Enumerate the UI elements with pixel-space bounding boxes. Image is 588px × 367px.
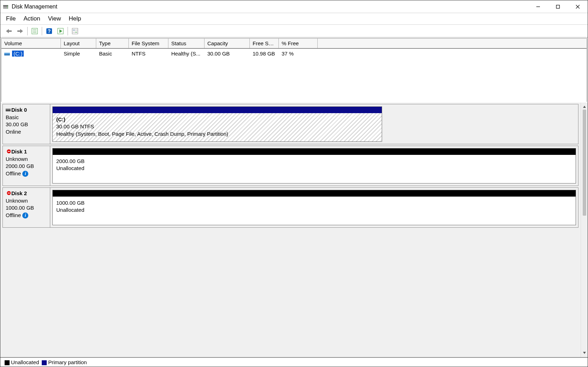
disk-row[interactable]: Disk 0Basic30.00 GBOnline(C:)30.00 GB NT… (2, 104, 578, 144)
partition-size: 30.00 GB NTFS (56, 123, 378, 130)
volume-name-cell: (C:) (1, 50, 61, 58)
error-icon (6, 148, 11, 156)
forward-button[interactable] (15, 27, 25, 36)
header-spacer (318, 39, 587, 48)
app-icon (2, 4, 9, 10)
volume-row[interactable]: (C:)SimpleBasicNTFSHealthy (S...30.00 GB… (1, 49, 587, 59)
svg-marker-32 (583, 352, 586, 354)
action-menu-button[interactable] (56, 27, 65, 36)
show-contents-button[interactable] (30, 27, 40, 36)
menu-view[interactable]: View (48, 15, 61, 22)
partition-header (53, 190, 576, 197)
disk-state: Offline (6, 170, 47, 177)
partition-size: 1000.00 GB (56, 199, 572, 206)
partition-body: (C:)30.00 GB NTFSHealthy (System, Boot, … (53, 113, 382, 141)
header-percent-free[interactable]: % Free (279, 39, 318, 48)
svg-rect-26 (6, 109, 11, 110)
svg-rect-9 (17, 30, 21, 32)
menu-file[interactable]: File (6, 15, 16, 22)
svg-rect-30 (8, 193, 10, 193)
close-button[interactable] (568, 0, 588, 13)
volume-list-pane: Volume Layout Type File System Status Ca… (1, 38, 587, 102)
disk-graph-cell: (C:)30.00 GB NTFSHealthy (System, Boot, … (50, 104, 578, 144)
disk-name: Disk 0 (6, 106, 47, 114)
partition[interactable]: 2000.00 GBUnallocated (52, 148, 576, 184)
svg-rect-28 (8, 151, 10, 152)
scroll-up-button[interactable] (582, 104, 587, 110)
settings-button[interactable] (70, 27, 80, 36)
svg-rect-18 (72, 28, 78, 34)
scroll-down-button[interactable] (582, 350, 587, 356)
scrollbar-thumb[interactable] (583, 110, 586, 216)
maximize-button[interactable] (548, 0, 568, 13)
disk-kind: Unknown (6, 156, 47, 163)
title-bar: Disk Management (0, 0, 588, 13)
header-type[interactable]: Type (96, 39, 129, 48)
vertical-scrollbar[interactable] (581, 103, 588, 357)
back-button[interactable] (4, 27, 14, 36)
disk-rows-container: Disk 0Basic30.00 GBOnline(C:)30.00 GB NT… (0, 103, 581, 357)
svg-marker-31 (583, 106, 586, 108)
legend-swatch-unallocated (5, 360, 10, 365)
menu-help[interactable]: Help (69, 15, 81, 22)
disk-size: 2000.00 GB (6, 163, 47, 170)
volume-type: Basic (96, 50, 129, 58)
disk-name: Disk 2 (6, 190, 47, 197)
header-layout[interactable]: Layout (61, 39, 96, 48)
partition[interactable]: (C:)30.00 GB NTFSHealthy (System, Boot, … (52, 106, 382, 142)
disk-name: Disk 1 (6, 148, 47, 156)
disk-row[interactable]: Disk 1Unknown2000.00 GBOffline 2000.00 G… (2, 146, 578, 186)
legend-unallocated: Unallocated (5, 359, 39, 365)
volume-icon (4, 51, 10, 57)
partition-header (53, 148, 576, 155)
volume-status: Healthy (S... (168, 50, 204, 58)
disk-size: 30.00 GB (6, 121, 47, 128)
disk-size: 1000.00 GB (6, 204, 47, 211)
partition-status: Unallocated (56, 165, 572, 172)
disk-kind: Basic (6, 114, 47, 121)
disk-state: Offline (6, 212, 47, 219)
info-icon[interactable] (22, 212, 28, 219)
disk-graph-cell: 2000.00 GBUnallocated (50, 146, 578, 186)
partition-body: 1000.00 GBUnallocated (53, 197, 576, 225)
partition-title: (C:) (56, 116, 378, 123)
disk-state: Online (6, 128, 47, 135)
disk-graphical-pane: Disk 0Basic30.00 GBOnline(C:)30.00 GB NT… (0, 103, 588, 357)
window-controls (528, 0, 588, 13)
menu-action[interactable]: Action (23, 15, 40, 22)
legend-bar: Unallocated Primary partition (0, 357, 588, 367)
svg-rect-24 (4, 53, 10, 54)
volume-layout: Simple (61, 50, 96, 58)
disk-row[interactable]: Disk 2Unknown1000.00 GBOffline 1000.00 G… (2, 187, 578, 228)
header-status[interactable]: Status (168, 39, 204, 48)
minimize-button[interactable] (528, 0, 548, 13)
header-file-system[interactable]: File System (129, 39, 168, 48)
svg-point-2 (7, 6, 8, 6)
volume-percent-free: 37 % (279, 50, 318, 58)
info-icon[interactable] (22, 171, 28, 177)
partition[interactable]: 1000.00 GBUnallocated (52, 190, 576, 225)
toolbar-separator (68, 27, 68, 35)
disk-info-cell: Disk 1Unknown2000.00 GBOffline (3, 146, 50, 186)
partition-status: Healthy (System, Boot, Page File, Active… (56, 130, 378, 138)
legend-primary: Primary partition (42, 359, 87, 365)
svg-marker-17 (59, 29, 62, 33)
disk-info-cell: Disk 2Unknown1000.00 GBOffline (3, 188, 50, 227)
legend-swatch-primary (42, 360, 47, 365)
disk-info-cell: Disk 0Basic30.00 GBOnline (3, 104, 50, 144)
window-title: Disk Management (12, 4, 57, 10)
partition-header (53, 107, 382, 113)
svg-point-3 (7, 7, 8, 8)
header-volume[interactable]: Volume (1, 39, 61, 48)
volume-rows: (C:)SimpleBasicNTFSHealthy (S...30.00 GB… (1, 49, 587, 59)
disk-kind: Unknown (6, 197, 47, 204)
help-button[interactable]: ? (44, 27, 54, 36)
header-capacity[interactable]: Capacity (204, 39, 250, 48)
error-icon (6, 190, 11, 197)
disk-icon (6, 107, 11, 114)
partition-body: 2000.00 GBUnallocated (53, 155, 576, 183)
header-free-space[interactable]: Free Spa... (250, 39, 279, 48)
disk-management-window: Disk Management File Action View Help (0, 0, 588, 367)
svg-rect-8 (8, 30, 12, 32)
volume-fs: NTFS (129, 50, 168, 58)
